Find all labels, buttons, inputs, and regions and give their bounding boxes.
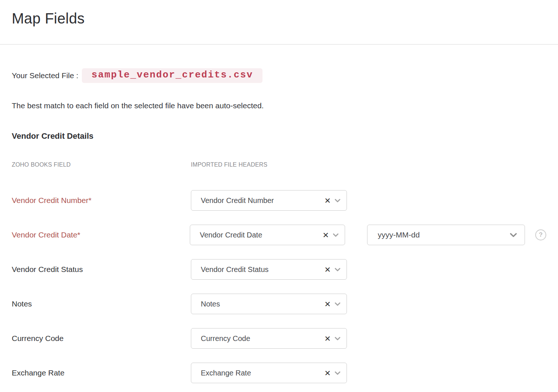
header-select-value: Currency Code — [201, 334, 324, 343]
mapping-row: Vendor Credit Number* Vendor Credit Numb… — [12, 190, 546, 211]
clear-icon[interactable]: ✕ — [322, 231, 329, 239]
header-select-value: Notes — [201, 300, 324, 308]
chevron-down-icon — [334, 199, 341, 203]
clear-icon[interactable]: ✕ — [324, 335, 331, 342]
field-label: Vendor Credit Date* — [12, 231, 190, 239]
imported-header-select[interactable]: Vendor Credit Date ✕ — [190, 225, 345, 245]
field-label: Vendor Credit Number* — [12, 196, 191, 205]
imported-header-select[interactable]: Currency Code ✕ — [191, 328, 347, 349]
date-format-value: yyyy-MM-dd — [378, 231, 510, 239]
clear-icon[interactable]: ✕ — [324, 300, 331, 308]
mapping-row: Exchange Rate Exchange Rate ✕ — [12, 363, 546, 383]
selected-file-label: Your Selected File : — [12, 71, 78, 80]
header-select-value: Vendor Credit Date — [200, 231, 322, 239]
imported-header-select[interactable]: Notes ✕ — [191, 294, 347, 314]
date-format-group: yyyy-MM-dd ? — [367, 225, 546, 245]
mapping-row: Currency Code Currency Code ✕ — [12, 328, 546, 349]
selected-file-row: Your Selected File : sample_vendor_credi… — [12, 68, 546, 83]
header-select-value: Vendor Credit Number — [201, 196, 324, 205]
page-header: Map Fields — [0, 0, 558, 45]
clear-icon[interactable]: ✕ — [324, 369, 331, 377]
chevron-down-icon — [334, 268, 341, 272]
field-label: Notes — [12, 300, 191, 308]
help-icon[interactable]: ? — [535, 229, 546, 240]
selected-file-chip: sample_vendor_credits.csv — [82, 68, 262, 83]
mapping-row: Vendor Credit Status Vendor Credit Statu… — [12, 259, 546, 280]
column-header-imported-headers: IMPORTED FILE HEADERS — [191, 161, 267, 168]
header-select-value: Vendor Credit Status — [201, 265, 324, 274]
date-format-select[interactable]: yyyy-MM-dd — [367, 225, 525, 245]
map-fields-content: Your Selected File : sample_vendor_credi… — [0, 68, 558, 383]
mapping-rows: Vendor Credit Number* Vendor Credit Numb… — [12, 190, 546, 383]
field-label: Currency Code — [12, 334, 191, 343]
auto-select-description: The best match to each field on the sele… — [12, 101, 546, 110]
clear-icon[interactable]: ✕ — [324, 266, 331, 273]
field-label: Vendor Credit Status — [12, 265, 191, 274]
chevron-down-icon — [334, 371, 341, 375]
section-title: Vendor Credit Details — [12, 131, 546, 141]
mapping-row: Vendor Credit Date* Vendor Credit Date ✕… — [12, 225, 546, 245]
page-title: Map Fields — [12, 10, 546, 27]
header-select-value: Exchange Rate — [201, 369, 324, 377]
field-label: Exchange Rate — [12, 369, 191, 377]
clear-icon[interactable]: ✕ — [324, 197, 331, 204]
chevron-down-icon — [334, 337, 341, 341]
chevron-down-icon — [510, 233, 517, 237]
imported-header-select[interactable]: Vendor Credit Number ✕ — [191, 190, 347, 211]
column-headers: ZOHO BOOKS FIELD IMPORTED FILE HEADERS — [12, 161, 546, 168]
imported-header-select[interactable]: Exchange Rate ✕ — [191, 363, 347, 383]
chevron-down-icon — [333, 233, 339, 237]
column-header-zoho-field: ZOHO BOOKS FIELD — [12, 161, 191, 168]
mapping-row: Notes Notes ✕ — [12, 294, 546, 314]
chevron-down-icon — [334, 302, 341, 306]
imported-header-select[interactable]: Vendor Credit Status ✕ — [191, 259, 347, 280]
